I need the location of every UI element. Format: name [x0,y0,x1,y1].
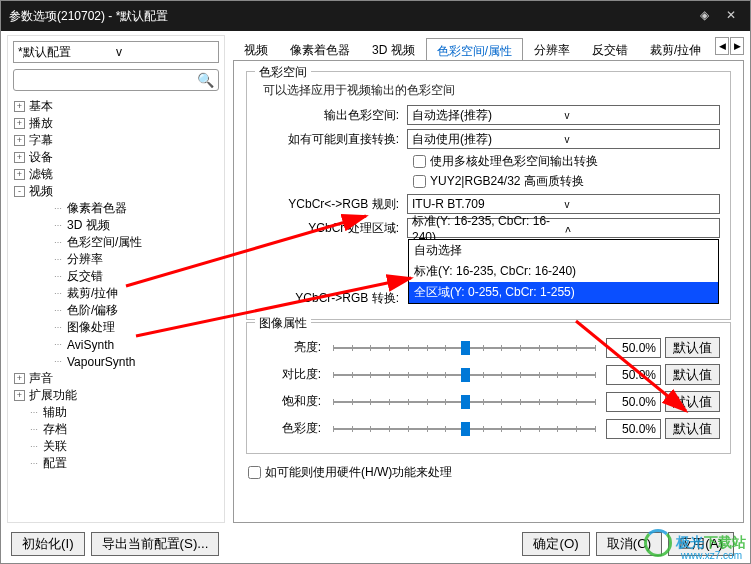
tab-scroll-right[interactable]: ▶ [730,37,744,55]
slider-value[interactable]: 50.0% [606,338,661,358]
expand-icon[interactable]: + [14,101,25,112]
tree-item[interactable]: ⋯像素着色器 [10,200,222,217]
collapse-icon[interactable]: - [14,186,25,197]
tab[interactable]: 裁剪/拉伸 [639,37,712,60]
tree-item[interactable]: +字幕 [10,132,222,149]
expand-icon[interactable]: + [14,169,25,180]
tree-item[interactable]: -视频 [10,183,222,200]
ycbcr-range-select[interactable]: 标准(Y: 16-235, CbCr: 16-240)ʌ 自动选择标准(Y: 1… [407,218,720,238]
tab[interactable]: 像素着色器 [279,37,361,60]
export-config-button[interactable]: 导出当前配置(S)... [91,532,220,556]
tree-leaf-icon: ⋯ [54,204,64,213]
tree-item[interactable]: +基本 [10,98,222,115]
dropdown-option[interactable]: 自动选择 [409,240,718,261]
default-button[interactable]: 默认值 [665,391,720,412]
default-button[interactable]: 默认值 [665,364,720,385]
group-image-props: 图像属性 亮度:50.0%默认值对比度:50.0%默认值饱和度:50.0%默认值… [246,322,731,454]
slider-track[interactable] [327,365,602,385]
slider-row: 色彩度:50.0%默认值 [257,418,720,439]
search-input-wrap[interactable]: 🔍 [13,69,219,91]
tree-item[interactable]: +声音 [10,370,222,387]
tab[interactable]: 3D 视频 [361,37,426,60]
tree-label: 3D 视频 [67,217,110,234]
init-button[interactable]: 初始化(I) [11,532,85,556]
tab[interactable]: 视频 [233,37,279,60]
chevron-up-icon: ʌ [563,223,716,234]
group-colorspace: 色彩空间 可以选择应用于视频输出的色彩空间 输出色彩空间: 自动选择(推荐)v … [246,71,731,320]
tree-label: 辅助 [43,404,67,421]
tree-label: AviSynth [67,338,114,352]
slider-value[interactable]: 50.0% [606,419,661,439]
tree-item[interactable]: +扩展功能 [10,387,222,404]
tree-label: 关联 [43,438,67,455]
hw-processing-row[interactable]: 如可能则使用硬件(H/W)功能来处理 [246,464,731,481]
tree-item[interactable]: +设备 [10,149,222,166]
search-input[interactable] [18,73,197,87]
ycbcr-rule-select[interactable]: ITU-R BT.709v [407,194,720,214]
apply-button[interactable]: 应用(A) [668,532,734,556]
cancel-button[interactable]: 取消(C) [596,532,663,556]
close-icon[interactable]: ✕ [726,8,742,24]
dropdown-option[interactable]: 标准(Y: 16-235, CbCr: 16-240) [409,261,718,282]
yuy2-checkbox-row[interactable]: YUY2|RGB24/32 高画质转换 [413,173,720,190]
tree-label: 存档 [43,421,67,438]
slider-track[interactable] [327,419,602,439]
slider-thumb[interactable] [461,368,470,382]
default-button[interactable]: 默认值 [665,337,720,358]
tree-item[interactable]: ⋯配置 [10,455,222,472]
tree-item[interactable]: ⋯3D 视频 [10,217,222,234]
tree-item[interactable]: ⋯色彩空间/属性 [10,234,222,251]
tree-item[interactable]: +播放 [10,115,222,132]
tree-item[interactable]: ⋯存档 [10,421,222,438]
tree-leaf-icon: ⋯ [54,221,64,230]
tree-label: 基本 [29,98,53,115]
expand-icon[interactable]: + [14,373,25,384]
tree-item[interactable]: ⋯AviSynth [10,336,222,353]
tree-item[interactable]: ⋯关联 [10,438,222,455]
group-image-title: 图像属性 [255,315,311,332]
tab[interactable]: 分辨率 [523,37,581,60]
tab[interactable]: 反交错 [581,37,639,60]
nav-tree[interactable]: +基本+播放+字幕+设备+滤镜-视频⋯像素着色器⋯3D 视频⋯色彩空间/属性⋯分… [8,94,224,476]
tree-item[interactable]: ⋯VapourSynth [10,353,222,370]
expand-icon[interactable]: + [14,152,25,163]
tree-item[interactable]: ⋯分辨率 [10,251,222,268]
ok-button[interactable]: 确定(O) [522,532,589,556]
expand-icon[interactable]: + [14,390,25,401]
dropdown-option[interactable]: 全区域(Y: 0-255, CbCr: 1-255) [409,282,718,303]
tab-scroll-left[interactable]: ◀ [715,37,729,55]
tree-item[interactable]: ⋯图像处理 [10,319,222,336]
out-colorspace-select[interactable]: 自动选择(推荐)v [407,105,720,125]
pin-icon[interactable]: ◈ [700,8,716,24]
slider-thumb[interactable] [461,395,470,409]
multicore-checkbox-row[interactable]: 使用多核处理色彩空间输出转换 [413,153,720,170]
tree-item[interactable]: ⋯裁剪/拉伸 [10,285,222,302]
tree-item[interactable]: ⋯色阶/偏移 [10,302,222,319]
tree-item[interactable]: ⋯辅助 [10,404,222,421]
window-title: 参数选项(210702) - *默认配置 [9,8,690,25]
hw-processing-checkbox[interactable] [248,466,261,479]
expand-icon[interactable]: + [14,135,25,146]
slider-track[interactable] [327,392,602,412]
body: *默认配置 v 🔍 +基本+播放+字幕+设备+滤镜-视频⋯像素着色器⋯3D 视频… [1,31,750,563]
expand-icon[interactable]: + [14,118,25,129]
tab[interactable]: 色彩空间/属性 [426,38,523,60]
tree-item[interactable]: ⋯反交错 [10,268,222,285]
default-button[interactable]: 默认值 [665,418,720,439]
tabs-bar: 视频像素着色器3D 视频色彩空间/属性分辨率反交错裁剪/拉伸 ◀ ▶ [233,37,744,61]
tree-label: 视频 [29,183,53,200]
slider-value[interactable]: 50.0% [606,392,661,412]
slider-thumb[interactable] [461,422,470,436]
chevron-down-icon: v [563,110,716,121]
slider-track[interactable] [327,338,602,358]
multicore-checkbox[interactable] [413,155,426,168]
slider-value[interactable]: 50.0% [606,365,661,385]
tree-item[interactable]: +滤镜 [10,166,222,183]
preset-dropdown[interactable]: *默认配置 v [13,41,219,63]
slider-row: 亮度:50.0%默认值 [257,337,720,358]
yuy2-checkbox[interactable] [413,175,426,188]
ycbcr-range-dropdown[interactable]: 自动选择标准(Y: 16-235, CbCr: 16-240)全区域(Y: 0-… [408,239,719,304]
tree-label: 播放 [29,115,53,132]
direct-convert-select[interactable]: 自动使用(推荐)v [407,129,720,149]
slider-thumb[interactable] [461,341,470,355]
